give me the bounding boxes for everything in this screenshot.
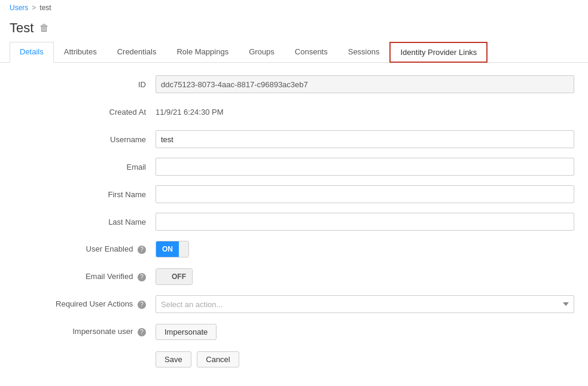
required-actions-field-container[interactable]: Select an action... (156, 295, 574, 313)
username-field[interactable] (156, 130, 574, 148)
impersonate-label: Impersonate user ? (0, 327, 156, 336)
tab-consents[interactable]: Consents (285, 42, 338, 63)
email-verified-help-icon[interactable]: ? (138, 273, 146, 281)
email-field-container[interactable] (156, 158, 574, 176)
required-actions-help-icon[interactable]: ? (138, 301, 146, 309)
first-name-field[interactable] (156, 185, 574, 203)
user-enabled-off-button[interactable] (179, 241, 188, 257)
save-button[interactable]: Save (156, 351, 191, 367)
last-name-row: Last Name (0, 212, 588, 231)
delete-user-icon[interactable]: 🗑 (39, 23, 49, 33)
required-actions-label: Required User Actions ? (0, 299, 156, 309)
created-at-text: 11/9/21 6:24:30 PM (156, 108, 223, 117)
page-title: Test (10, 20, 33, 36)
last-name-label: Last Name (0, 217, 156, 226)
username-label: Username (0, 135, 156, 144)
breadcrumb: Users > test (0, 0, 588, 16)
email-label: Email (0, 163, 156, 171)
email-verified-on-button[interactable] (156, 269, 166, 284)
id-field (156, 75, 574, 93)
tabs-nav: Details Attributes Credentials Role Mapp… (0, 42, 588, 63)
user-enabled-help-icon[interactable]: ? (138, 246, 146, 254)
tab-details[interactable]: Details (10, 42, 54, 63)
created-at-label: Created At (0, 108, 156, 117)
form-actions-container: Save Cancel (156, 351, 574, 367)
email-row: Email (0, 157, 588, 176)
required-actions-select[interactable]: Select an action... (156, 295, 574, 313)
tab-role-mappings[interactable]: Role Mappings (166, 42, 239, 63)
last-name-field[interactable] (156, 213, 574, 231)
id-label: ID (0, 80, 156, 89)
username-field-container[interactable] (156, 130, 574, 148)
email-field[interactable] (156, 158, 574, 176)
impersonate-button-container: Impersonate (156, 324, 574, 340)
user-enabled-toggle[interactable]: ON (156, 241, 189, 258)
email-verified-toggle-container: OFF (156, 268, 574, 285)
user-enabled-label: User Enabled ? (0, 244, 156, 254)
id-field-container (156, 75, 574, 93)
tab-groups[interactable]: Groups (239, 42, 285, 63)
created-at-value: 11/9/21 6:24:30 PM (156, 108, 574, 117)
last-name-field-container[interactable] (156, 213, 574, 231)
breadcrumb-separator: > (32, 4, 36, 12)
first-name-label: First Name (0, 190, 156, 199)
cancel-button[interactable]: Cancel (197, 351, 239, 367)
user-details-form: ID Created At 11/9/21 6:24:30 PM Usernam… (0, 63, 588, 386)
user-enabled-row: User Enabled ? ON (0, 240, 588, 259)
required-actions-row: Required User Actions ? Select an action… (0, 295, 588, 314)
breadcrumb-users-link[interactable]: Users (10, 4, 28, 12)
page-title-area: Test 🗑 (0, 16, 588, 36)
impersonate-button[interactable]: Impersonate (156, 324, 217, 340)
first-name-field-container[interactable] (156, 185, 574, 203)
tab-credentials[interactable]: Credentials (107, 42, 167, 63)
email-verified-toggle[interactable]: OFF (156, 268, 193, 285)
form-actions-row: Save Cancel (0, 350, 588, 369)
breadcrumb-current: test (39, 4, 51, 12)
user-enabled-toggle-container: ON (156, 241, 574, 258)
created-at-row: Created At 11/9/21 6:24:30 PM (0, 102, 588, 121)
username-row: Username (0, 130, 588, 149)
impersonate-row: Impersonate user ? Impersonate (0, 322, 588, 341)
email-verified-row: Email Verified ? OFF (0, 267, 588, 286)
id-row: ID (0, 75, 588, 94)
email-verified-off-button[interactable]: OFF (166, 269, 192, 284)
tab-attributes[interactable]: Attributes (54, 42, 107, 63)
tab-sessions[interactable]: Sessions (338, 42, 390, 63)
impersonate-help-icon[interactable]: ? (138, 328, 146, 336)
first-name-row: First Name (0, 185, 588, 204)
email-verified-label: Email Verified ? (0, 272, 156, 281)
tab-identity-provider-links[interactable]: Identity Provider Links (389, 42, 488, 63)
user-enabled-on-button[interactable]: ON (156, 241, 179, 257)
